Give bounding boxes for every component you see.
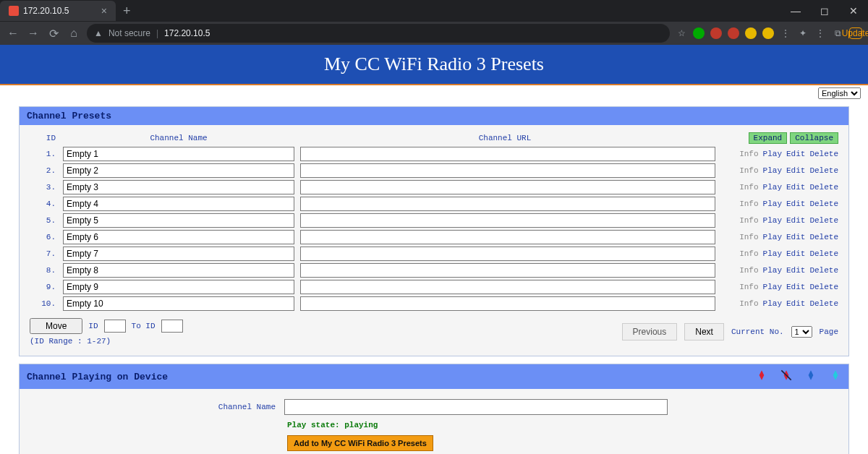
preset-edit-link[interactable]: Edit (786, 200, 805, 208)
preset-url-input[interactable] (300, 163, 715, 178)
close-window-icon[interactable]: ✕ (839, 5, 868, 17)
playing-channel-name-input[interactable] (284, 399, 668, 415)
reload-icon[interactable]: ⟳ (46, 27, 61, 40)
preset-url-input[interactable] (300, 296, 715, 311)
extension-icon[interactable] (745, 27, 757, 39)
preset-play-link[interactable]: Play (763, 216, 782, 225)
close-icon[interactable]: × (101, 5, 107, 17)
favorite-red-icon[interactable] (754, 368, 769, 385)
expand-button[interactable]: Expand (749, 132, 788, 144)
preset-row: 6.InfoPlayEditDelete (30, 230, 838, 244)
preset-url-input[interactable] (300, 263, 715, 278)
preset-delete-link[interactable]: Delete (809, 216, 838, 225)
preset-url-input[interactable] (300, 247, 715, 261)
preset-delete-link[interactable]: Delete (809, 249, 838, 258)
add-to-presets-button[interactable]: Add to My CC WiFi Radio 3 Presets (287, 435, 433, 451)
preset-info-link: Info (739, 249, 758, 258)
preset-name-input[interactable] (63, 213, 294, 228)
preset-name-input[interactable] (63, 296, 294, 311)
preset-url-input[interactable] (300, 213, 715, 228)
collapse-button[interactable]: Collapse (790, 132, 838, 144)
preset-delete-link[interactable]: Delete (809, 200, 838, 208)
extension-icon[interactable] (693, 27, 705, 39)
url-text: 172.20.10.5 (164, 28, 210, 38)
favorite-remove-icon[interactable] (779, 368, 793, 385)
preset-delete-link[interactable]: Delete (809, 183, 838, 192)
nav-bar: ← → ⟳ ⌂ ▲ Not secure | 172.20.10.5 ☆ ⋮ ✦… (0, 22, 868, 45)
paging-group: Previous Next Current No. 1 Page (622, 323, 838, 340)
home-icon[interactable]: ⌂ (67, 27, 81, 40)
extension-icon[interactable] (728, 27, 739, 39)
extension-icon[interactable]: ⋮ (780, 27, 791, 39)
preset-play-link[interactable]: Play (763, 266, 782, 275)
move-button[interactable]: Move (30, 318, 82, 334)
preset-name-input[interactable] (63, 247, 294, 261)
new-tab-button[interactable]: + (116, 4, 138, 19)
preset-name-input[interactable] (63, 180, 294, 194)
language-select[interactable]: English (818, 87, 861, 99)
preset-edit-link[interactable]: Edit (786, 299, 805, 308)
preset-play-link[interactable]: Play (763, 183, 782, 192)
update-button[interactable]: Update (849, 27, 862, 39)
preset-edit-link[interactable]: Edit (786, 216, 805, 225)
preset-row: 9.InfoPlayEditDelete (30, 280, 838, 294)
preset-play-link[interactable]: Play (763, 150, 782, 158)
favorite-blue-icon[interactable] (804, 368, 818, 385)
preset-url-input[interactable] (300, 280, 715, 294)
preset-edit-link[interactable]: Edit (786, 150, 805, 158)
id-range-note: (ID Range : 1-27) (30, 337, 183, 346)
preset-play-link[interactable]: Play (763, 200, 782, 208)
extension-icon[interactable] (710, 27, 722, 39)
page-select[interactable]: 1 (791, 326, 812, 338)
favorite-cyan-icon[interactable] (828, 368, 843, 385)
preset-play-link[interactable]: Play (763, 166, 782, 175)
preset-row: 5.InfoPlayEditDelete (30, 213, 838, 228)
preset-edit-link[interactable]: Edit (786, 233, 805, 241)
preset-name-input[interactable] (63, 230, 294, 244)
preset-url-input[interactable] (300, 147, 715, 161)
preset-delete-link[interactable]: Delete (809, 299, 838, 308)
previous-button[interactable]: Previous (622, 323, 678, 340)
preset-url-input[interactable] (300, 197, 715, 211)
playing-panel: Channel Playing on Device Channel Name P… (19, 364, 849, 454)
preset-row: 1.InfoPlayEditDelete (30, 147, 838, 161)
preset-edit-link[interactable]: Edit (786, 183, 805, 192)
preset-delete-link[interactable]: Delete (809, 166, 838, 175)
preset-name-input[interactable] (63, 163, 294, 178)
preset-name-input[interactable] (63, 147, 294, 161)
column-name-header: Channel Name (63, 134, 294, 142)
preset-name-input[interactable] (63, 197, 294, 211)
preset-name-input[interactable] (63, 263, 294, 278)
preset-play-link[interactable]: Play (763, 249, 782, 258)
next-button[interactable]: Next (684, 323, 724, 340)
preset-delete-link[interactable]: Delete (809, 283, 838, 291)
preset-play-link[interactable]: Play (763, 283, 782, 291)
page-suffix: Page (820, 327, 838, 336)
preset-play-link[interactable]: Play (763, 299, 782, 308)
preset-name-input[interactable] (63, 280, 294, 294)
preset-row-id: 5. (30, 216, 63, 225)
move-to-id-input[interactable] (161, 320, 183, 333)
preset-delete-link[interactable]: Delete (809, 233, 838, 241)
preset-row-id: 3. (30, 183, 63, 192)
preset-delete-link[interactable]: Delete (809, 266, 838, 275)
browser-tab[interactable]: 172.20.10.5 × (0, 1, 116, 21)
preset-delete-link[interactable]: Delete (809, 150, 838, 158)
extensions-puzzle-icon[interactable]: ✦ (797, 27, 809, 39)
url-bar[interactable]: ▲ Not secure | 172.20.10.5 (87, 24, 670, 43)
preset-url-input[interactable] (300, 230, 715, 244)
preset-edit-link[interactable]: Edit (786, 266, 805, 275)
back-icon[interactable]: ← (6, 27, 20, 40)
preset-edit-link[interactable]: Edit (786, 166, 805, 175)
preset-edit-link[interactable]: Edit (786, 283, 805, 291)
extension-icon[interactable] (762, 27, 774, 39)
menu-icon[interactable]: ⋮ (814, 27, 826, 39)
bookmark-icon[interactable]: ☆ (676, 27, 687, 39)
forward-icon[interactable]: → (26, 27, 41, 40)
preset-url-input[interactable] (300, 180, 715, 194)
move-id-input[interactable] (104, 320, 126, 333)
minimize-icon[interactable]: — (781, 5, 810, 17)
maximize-icon[interactable]: ◻ (810, 5, 839, 17)
preset-edit-link[interactable]: Edit (786, 249, 805, 258)
preset-play-link[interactable]: Play (763, 233, 782, 241)
